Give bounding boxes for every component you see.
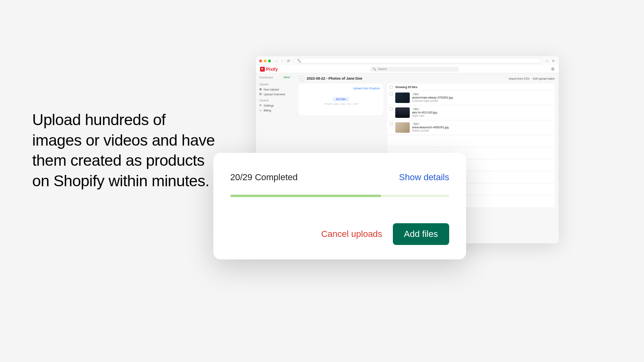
app-search-input[interactable]: 🔍 Search — [370, 67, 459, 72]
sidebar-dashboard[interactable]: Dashboard Basic — [259, 76, 291, 79]
window-max-dot[interactable] — [268, 60, 271, 62]
search-placeholder: Search — [378, 68, 387, 70]
sidebar-group-label: Uploads — [259, 83, 291, 86]
file-checkbox[interactable] — [390, 93, 393, 96]
sidebar-item-billing[interactable]: ▭ Billing — [259, 108, 291, 113]
file-name: anna-tarazevich-4850291.jpg — [412, 126, 449, 129]
cancel-uploads-button[interactable]: Cancel uploads — [321, 229, 382, 239]
file-row[interactable]: New alex-fu-4011183.jpg Night road — [387, 105, 555, 120]
file-description: Artistic portrait — [412, 129, 449, 132]
refresh-button[interactable]: ⟳ — [287, 59, 290, 63]
file-name: abdurrhman-elkady-3752652.jpg — [412, 96, 453, 99]
sidebar-item-new-upload[interactable]: ▣ New Upload — [259, 87, 291, 92]
app-header: F Pixify 🔍 Search ⚙ — [256, 65, 559, 73]
select-all-checkbox[interactable] — [390, 85, 393, 88]
logo-mark-icon: F — [260, 67, 265, 72]
upload-status-text: 20/29 Completed — [230, 172, 298, 183]
sidebar-item-label: Upload Overview — [264, 93, 285, 96]
file-name: alex-fu-4011183.jpg — [412, 111, 437, 114]
file-row[interactable]: New anna-tarazevich-4850291.jpg Artistic… — [387, 120, 555, 135]
traffic-lights — [259, 60, 271, 62]
sidebar-group-label: General — [259, 99, 291, 102]
file-checkbox[interactable] — [390, 107, 393, 111]
upload-icon: ▣ — [259, 88, 262, 91]
status-badge: New — [412, 122, 420, 125]
marketing-headline: Upload hundreds of images or videos and … — [32, 110, 217, 191]
sidebar-item-label: Billing — [264, 109, 271, 112]
edit-batch-link[interactable]: Edit upload batch — [533, 77, 555, 80]
show-details-link[interactable]: Show details — [399, 172, 449, 183]
browser-chrome: ‹ › ⟳ 🔍 ☆ ≡ — [256, 56, 559, 65]
app-settings-icon[interactable]: ⚙ — [551, 68, 555, 71]
file-description: Night road — [412, 114, 437, 117]
accepted-formats-text: Accepts .jpeg, .png, .mov, .mp4 — [324, 103, 358, 105]
sidebar-dashboard-label: Dashboard — [259, 76, 273, 79]
url-bar[interactable]: 🔍 — [294, 58, 541, 64]
page-title: 2022-08-22 - Photos of Jane Doe — [307, 76, 362, 80]
bookmark-star-icon[interactable]: ☆ — [545, 59, 549, 63]
app-logo[interactable]: F Pixify — [260, 67, 278, 72]
status-badge: New — [412, 93, 420, 96]
file-row[interactable]: New abdurrhman-elkady-3752652.jpg Colour… — [387, 90, 555, 105]
upload-from-dropbox-link[interactable]: Upload from Dropbox — [353, 87, 380, 90]
back-button[interactable]: ← — [299, 76, 304, 81]
files-count-text: Showing 29 files — [395, 86, 417, 88]
file-thumbnail — [395, 122, 410, 133]
file-row[interactable] — [387, 135, 555, 147]
upload-dropzone-card: Upload from Dropbox Add files Accepts .j… — [299, 84, 383, 115]
file-thumbnail — [395, 93, 410, 103]
nav-forward-button[interactable]: › — [280, 59, 285, 63]
window-min-dot[interactable] — [264, 60, 266, 62]
file-checkbox[interactable] — [390, 122, 393, 125]
window-close-dot[interactable] — [259, 60, 262, 62]
progress-bar-fill — [230, 195, 381, 197]
gear-icon: ⚙ — [259, 104, 262, 107]
sidebar-item-label: Settings — [264, 104, 274, 107]
files-list-header: Showing 29 files — [387, 84, 555, 90]
nav-back-button[interactable]: ‹ — [274, 59, 279, 63]
sidebar-item-settings[interactable]: ⚙ Settings — [259, 103, 291, 108]
upload-progress-modal: 20/29 Completed Show details Cancel uplo… — [213, 153, 466, 259]
logo-text: Pixify — [266, 67, 278, 72]
page-header-row: ← 2022-08-22 - Photos of Jane Doe Import… — [299, 76, 555, 81]
progress-bar — [230, 195, 449, 197]
billing-icon: ▭ — [259, 109, 262, 112]
browser-menu-icon[interactable]: ≡ — [552, 58, 555, 63]
add-files-button[interactable]: Add files — [393, 223, 449, 245]
overview-icon: ▤ — [259, 93, 262, 96]
sidebar-item-label: New Upload — [264, 88, 279, 91]
file-thumbnail — [395, 107, 410, 118]
plan-badge: Basic — [282, 76, 291, 79]
search-icon: 🔍 — [297, 59, 301, 63]
status-badge: New — [412, 107, 420, 111]
import-csv-link[interactable]: Import from CSV — [509, 77, 530, 80]
nav-arrows: ‹ › — [274, 59, 285, 63]
search-icon: 🔍 — [373, 68, 376, 71]
file-description: Colourful night portrait — [412, 99, 453, 102]
sidebar-item-upload-overview[interactable]: ▤ Upload Overview — [259, 92, 291, 97]
add-files-pill-button[interactable]: Add files — [333, 97, 349, 101]
